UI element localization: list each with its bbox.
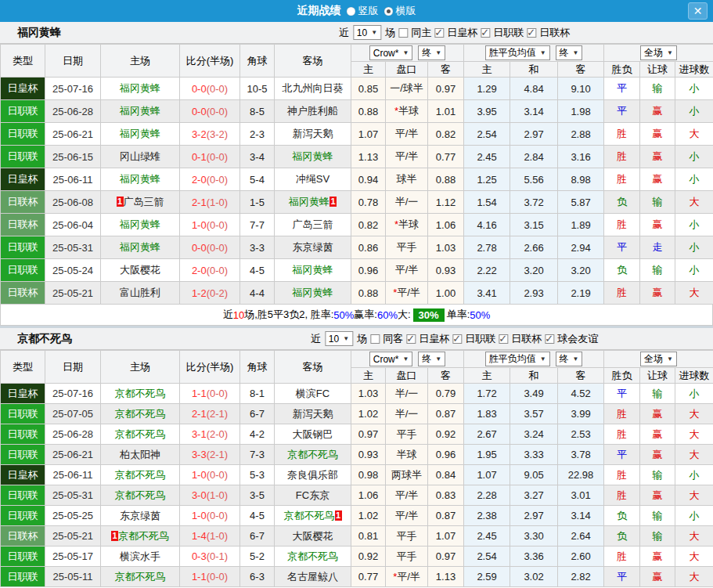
summary-part: 10: [233, 309, 244, 321]
team-name-text: 京都不死鸟: [115, 428, 166, 440]
layout-option-vertical-label[interactable]: 竖版: [358, 4, 379, 18]
halftime-score: (2-1): [207, 449, 228, 460]
goals-result-cell: 大: [675, 123, 713, 146]
match-type-cell: 日皇杯: [1, 384, 45, 404]
games-label: 场: [357, 332, 367, 346]
league-checkbox-label-3[interactable]: 球会友谊: [557, 332, 598, 346]
same-venue-label[interactable]: 同主: [411, 26, 431, 40]
corners-cell: 4-5: [240, 506, 275, 526]
layout-option-vertical[interactable]: 竖版: [347, 4, 379, 18]
same-venue-label[interactable]: 同客: [383, 332, 403, 346]
avg-group-header: 胜平负均值▼终▼: [464, 45, 604, 62]
league-checkbox-1[interactable]: [481, 28, 490, 38]
odds-away-cell: 0.83: [428, 485, 464, 506]
scope-dropdown[interactable]: 全场▼: [640, 352, 677, 366]
avg-draw-cell: 3.33: [510, 445, 558, 465]
home-team-cell: 福冈黄蜂: [101, 78, 180, 100]
odds-handicap-cell: 半/一: [386, 191, 428, 214]
avg-draw-cell: 2.97: [510, 506, 558, 526]
corners-cell: 1-5: [240, 191, 275, 214]
league-checkbox-label-0[interactable]: 日皇杯: [419, 332, 449, 346]
avg-home-cell: 1.29: [464, 78, 510, 100]
league-checkbox-label-1[interactable]: 日职联: [465, 332, 495, 346]
avg-home-cell: 2.45: [464, 146, 510, 168]
odds-home-cell: 0.88: [351, 282, 386, 305]
team-name-text: 福冈黄蜂: [120, 128, 160, 139]
handicap-text: 一/球半: [390, 82, 423, 94]
chevron-down-icon: ▼: [573, 355, 579, 363]
home-team-cell: 东京绿茵: [101, 506, 180, 526]
league-checkbox-label-2[interactable]: 日联杯: [539, 26, 570, 40]
fulltime-score: 2-0: [192, 174, 207, 186]
outcome-result-cell: 胜: [604, 146, 640, 168]
layout-option-horizontal[interactable]: 横版: [384, 4, 416, 18]
avg-away-cell: 2.53: [558, 424, 604, 445]
handicap-text: 半球: [397, 449, 417, 460]
chevron-down-icon: ▼: [667, 355, 673, 363]
odds-stage-dropdown[interactable]: 终▼: [418, 45, 445, 60]
league-checkbox-3[interactable]: [545, 334, 554, 344]
odds-source-dropdown[interactable]: Crow*▼: [369, 352, 413, 366]
avg-stage-dropdown[interactable]: 终▼: [556, 45, 583, 60]
radio-unselected-icon[interactable]: [347, 7, 355, 16]
avg-away-cell: 2.64: [558, 526, 604, 547]
team-name-text: 京都不死鸟: [284, 510, 335, 521]
avg-away-cell: 2.60: [558, 547, 604, 567]
summary-part: 场,胜5平3负2, 胜率:: [244, 308, 333, 322]
odds-away-cell: 0.97: [428, 547, 464, 567]
chevron-down-icon: ▼: [402, 49, 409, 56]
date-cell: 25-05-31: [45, 236, 101, 259]
date-cell: 25-05-17: [45, 547, 101, 567]
avg-away-cell: 8.98: [558, 168, 604, 191]
halftime-score: (3-2): [207, 128, 228, 140]
outcome-result-cell: 胜: [604, 424, 640, 445]
halftime-score: (0-0): [207, 265, 228, 276]
same-venue-checkbox[interactable]: [370, 334, 380, 344]
avg-draw-cell: 2.66: [510, 236, 558, 259]
team-name-text: 柏太阳神: [120, 449, 160, 460]
avg-stage-dropdown[interactable]: 终▼: [556, 352, 583, 366]
league-checkbox-label-1[interactable]: 日职联: [493, 26, 524, 40]
table-row: 日职联25-06-21柏太阳神3-3(2-1)7-3京都不死鸟0.93半球0.9…: [1, 445, 713, 465]
avg-source-dropdown[interactable]: 胜平负均值▼: [485, 352, 550, 366]
same-venue-checkbox[interactable]: [398, 28, 408, 38]
outcome-result-cell: 胜: [604, 123, 640, 146]
league-checkbox-0[interactable]: [434, 28, 444, 38]
handicap-result-cell: 赢: [640, 168, 675, 191]
team-name-text: 京都不死鸟: [118, 530, 169, 542]
outcome-result-cell: 胜: [604, 465, 640, 485]
chevron-down-icon: ▼: [343, 335, 349, 342]
date-cell: 25-06-04: [45, 214, 101, 236]
recent-count-dropdown[interactable]: 10▼: [325, 331, 353, 346]
odds-source-dropdown[interactable]: Crow*▼: [369, 45, 413, 60]
corners-cell: 5-4: [240, 168, 275, 191]
league-checkbox-label-0[interactable]: 日皇杯: [447, 26, 477, 40]
fulltime-score: 3-3: [192, 449, 207, 460]
scope-dropdown[interactable]: 全场▼: [640, 45, 677, 60]
league-checkbox-0[interactable]: [406, 334, 416, 344]
date-cell: 25-05-25: [45, 506, 101, 526]
score-cell: 1-4(1-0): [180, 526, 240, 547]
radio-selected-icon[interactable]: [384, 7, 393, 16]
table-row: 日职联25-05-31福冈黄蜂0-0(0-0)3-3东京绿茵0.86平手1.03…: [1, 236, 713, 259]
league-checkbox-2[interactable]: [499, 334, 508, 344]
table-row: 日职联25-05-17横滨水手0-3(0-1)5-2京都不死鸟0.92平手0.9…: [1, 547, 713, 567]
close-button[interactable]: ✕: [688, 2, 708, 20]
section-header: 京都不死鸟 近10▼场同客日皇杯日职联日联杯球会友谊: [0, 328, 713, 350]
odds-away-cell: 0.87: [428, 506, 464, 526]
league-checkbox-1[interactable]: [452, 334, 462, 344]
odds-home-cell: 0.97: [351, 424, 386, 445]
halftime-score: (0-0): [207, 242, 228, 254]
date-cell: 25-07-16: [45, 384, 101, 404]
league-checkbox-label-2[interactable]: 日联杯: [511, 332, 542, 346]
odds-stage-dropdown[interactable]: 终▼: [418, 352, 445, 366]
league-checkbox-2[interactable]: [527, 28, 536, 38]
recent-count-dropdown[interactable]: 10▼: [353, 25, 381, 40]
layout-option-horizontal-label[interactable]: 横版: [396, 4, 416, 18]
avg-home-cell: 4.16: [464, 214, 510, 236]
handicap-result-cell: 输: [640, 384, 675, 404]
avg-source-dropdown[interactable]: 胜平负均值▼: [485, 45, 550, 60]
home-team-cell: 福冈黄蜂: [101, 236, 180, 259]
table-row: 日职联25-06-21福冈黄蜂3-2(3-2)2-3新泻天鹅1.07平/半0.8…: [1, 123, 713, 146]
odds-away-cell: 0.92: [428, 424, 464, 445]
